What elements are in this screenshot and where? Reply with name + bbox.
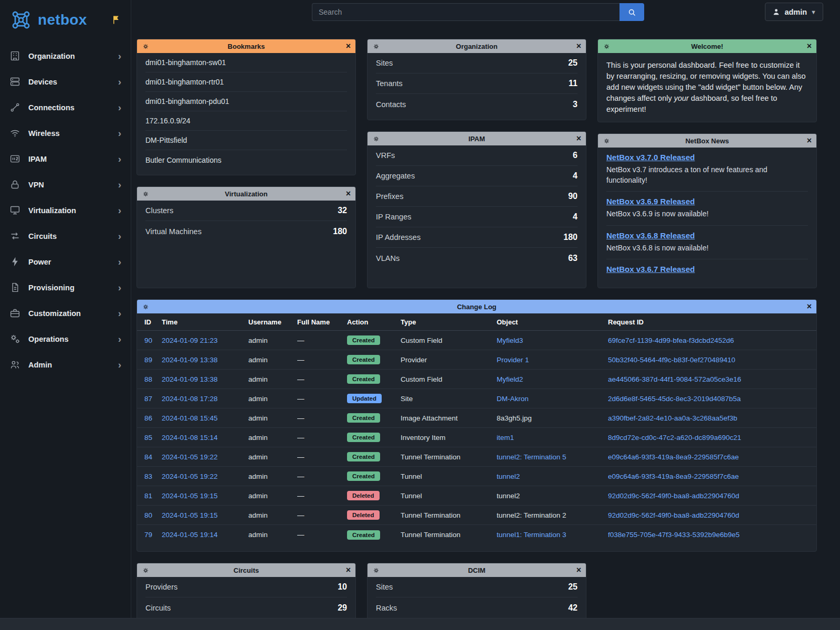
widget-config-icon[interactable] <box>142 43 152 50</box>
sidebar-item-ipam[interactable]: IPAM › <box>0 146 131 172</box>
change-id-link[interactable]: 86 <box>144 414 162 422</box>
bookmark-item[interactable]: DM-Pittsfield <box>145 131 347 150</box>
change-object-link[interactable]: item1 <box>497 434 608 442</box>
bookmark-item[interactable]: dmi01-binghamton-pdu01 <box>145 92 347 111</box>
stat-row[interactable]: VLANs 63 <box>376 248 578 268</box>
search-input[interactable] <box>312 3 620 21</box>
widget-config-icon[interactable] <box>372 566 383 574</box>
sidebar-item-power[interactable]: Power › <box>0 249 131 275</box>
change-time-link[interactable]: 2024-01-05 19:22 <box>162 472 248 480</box>
change-id-link[interactable]: 88 <box>144 375 162 383</box>
change-request-id-link[interactable]: 69fce7cf-1139-4d99-bfea-f3dcbd2452d6 <box>608 337 809 344</box>
bookmark-item[interactable]: dmi01-binghamton-sw01 <box>145 53 347 72</box>
widget-close-icon[interactable]: × <box>801 302 812 311</box>
change-request-id-link[interactable]: 92d02d9c-562f-49f0-baa8-adb22904760d <box>608 511 809 519</box>
stat-row[interactable]: Providers 10 <box>145 577 347 597</box>
stat-row[interactable]: Clusters 32 <box>145 201 347 221</box>
stat-row[interactable]: Aggregates 4 <box>376 166 578 186</box>
change-time-link[interactable]: 2024-01-09 13:38 <box>162 356 248 364</box>
change-object-link[interactable]: 8a3gh5.jpg <box>497 414 608 422</box>
sidebar-item-operations[interactable]: Operations › <box>0 326 131 352</box>
sidebar-item-virtualization[interactable]: Virtualization › <box>0 197 131 223</box>
stat-row[interactable]: IP Ranges 4 <box>376 207 578 227</box>
change-time-link[interactable]: 2024-01-09 21:23 <box>162 337 248 344</box>
widget-close-icon[interactable]: × <box>340 190 351 198</box>
change-id-link[interactable]: 90 <box>144 337 162 344</box>
widget-config-icon[interactable] <box>142 566 152 574</box>
sidebar-item-customization[interactable]: Customization › <box>0 300 131 326</box>
stat-row[interactable]: Contacts 3 <box>376 94 578 114</box>
stat-row[interactable]: Sites 25 <box>376 577 578 597</box>
widget-close-icon[interactable]: × <box>571 134 581 143</box>
widget-config-icon[interactable] <box>372 43 383 50</box>
widget-close-icon[interactable]: × <box>340 566 351 574</box>
change-time-link[interactable]: 2024-01-08 15:45 <box>162 414 248 422</box>
change-request-id-link[interactable]: ae445066-387d-44f1-9084-572a05ce3e16 <box>608 375 809 383</box>
change-id-link[interactable]: 89 <box>144 356 162 364</box>
change-time-link[interactable]: 2024-01-08 17:28 <box>162 395 248 403</box>
bookmark-item[interactable]: 172.16.0.9/24 <box>145 111 347 131</box>
sidebar-item-circuits[interactable]: Circuits › <box>0 223 131 249</box>
stat-row[interactable]: VRFs 6 <box>376 145 578 166</box>
stat-row[interactable]: Racks 42 <box>376 597 578 618</box>
sidebar-item-devices[interactable]: Devices › <box>0 69 131 94</box>
change-time-link[interactable]: 2024-01-05 19:22 <box>162 453 248 461</box>
change-object-link[interactable]: DM-Akron <box>497 395 608 403</box>
sidebar-item-vpn[interactable]: VPN › <box>0 172 131 197</box>
news-headline-link[interactable]: NetBox v3.6.8 Released <box>606 231 808 240</box>
widget-close-icon[interactable]: × <box>801 136 812 145</box>
change-object-link[interactable]: tunnel1: Termination 3 <box>497 531 608 539</box>
brand-home-link[interactable]: netbox <box>0 0 131 40</box>
change-object-link[interactable]: Myfield2 <box>497 375 608 383</box>
change-time-link[interactable]: 2024-01-09 13:38 <box>162 375 248 383</box>
change-id-link[interactable]: 83 <box>144 472 162 480</box>
change-request-id-link[interactable]: 2d6d6e8f-5465-45dc-8ec3-2019d4087b5a <box>608 395 809 403</box>
widget-close-icon[interactable]: × <box>571 42 581 50</box>
sidebar-item-provisioning[interactable]: Provisioning › <box>0 275 131 300</box>
stat-row[interactable]: Prefixes 90 <box>376 186 578 207</box>
widget-config-icon[interactable] <box>603 43 613 50</box>
change-id-link[interactable]: 79 <box>144 531 162 539</box>
change-time-link[interactable]: 2024-01-05 19:15 <box>162 511 248 519</box>
widget-config-icon[interactable] <box>142 190 152 198</box>
change-time-link[interactable]: 2024-01-05 19:14 <box>162 531 248 539</box>
sidebar-pin-icon[interactable] <box>112 15 121 25</box>
bookmark-item[interactable]: dmi01-binghamton-rtr01 <box>145 72 347 92</box>
stat-row[interactable]: Sites 25 <box>376 53 578 74</box>
search-button[interactable] <box>620 3 644 21</box>
change-request-id-link[interactable]: 50b32f40-5464-4f9c-b83f-0ef270489410 <box>608 356 809 364</box>
sidebar-item-wireless[interactable]: Wireless › <box>0 120 131 146</box>
change-object-link[interactable]: Provider 1 <box>497 356 608 364</box>
change-time-link[interactable]: 2024-01-08 15:14 <box>162 434 248 442</box>
change-request-id-link[interactable]: e09c64a6-93f3-419a-8ea9-229585f7c6ae <box>608 453 809 461</box>
widget-config-icon[interactable] <box>603 137 613 145</box>
change-object-link[interactable]: tunnel2 <box>497 492 608 500</box>
change-request-id-link[interactable]: 92d02d9c-562f-49f0-baa8-adb22904760d <box>608 492 809 500</box>
news-headline-link[interactable]: NetBox v3.6.9 Released <box>606 197 808 206</box>
widget-close-icon[interactable]: × <box>801 42 812 50</box>
widget-close-icon[interactable]: × <box>340 42 351 50</box>
widget-config-icon[interactable] <box>372 135 383 143</box>
change-object-link[interactable]: tunnel2 <box>497 472 608 480</box>
change-request-id-link[interactable]: e09c64a6-93f3-419a-8ea9-229585f7c6ae <box>608 472 809 480</box>
news-headline-link[interactable]: NetBox v3.7.0 Released <box>606 153 808 162</box>
change-id-link[interactable]: 81 <box>144 492 162 500</box>
stat-row[interactable]: Circuits 29 <box>145 597 347 618</box>
sidebar-item-connections[interactable]: Connections › <box>0 94 131 120</box>
user-menu-button[interactable]: admin ▼ <box>765 3 823 21</box>
change-time-link[interactable]: 2024-01-05 19:15 <box>162 492 248 500</box>
stat-row[interactable]: Tenants 11 <box>376 74 578 94</box>
change-request-id-link[interactable]: 8d9cd72e-cd0c-47c2-a620-dc899a690c21 <box>608 434 809 442</box>
bookmark-item[interactable]: Butler Communications <box>145 150 347 170</box>
change-object-link[interactable]: Myfield3 <box>497 337 608 344</box>
change-id-link[interactable]: 80 <box>144 511 162 519</box>
stat-row[interactable]: Virtual Machines 180 <box>145 221 347 242</box>
sidebar-item-admin[interactable]: Admin › <box>0 352 131 377</box>
change-id-link[interactable]: 84 <box>144 453 162 461</box>
change-object-link[interactable]: tunnel2: Termination 5 <box>497 453 608 461</box>
stat-row[interactable]: IP Addresses 180 <box>376 227 578 248</box>
change-id-link[interactable]: 85 <box>144 434 162 442</box>
widget-config-icon[interactable] <box>142 303 152 311</box>
change-request-id-link[interactable]: a390fbef-2a82-4e10-aa0a-3c268aa5ef3b <box>608 414 809 422</box>
change-request-id-link[interactable]: f038e755-705e-47f3-9433-5392b9e6b9e5 <box>608 531 809 539</box>
